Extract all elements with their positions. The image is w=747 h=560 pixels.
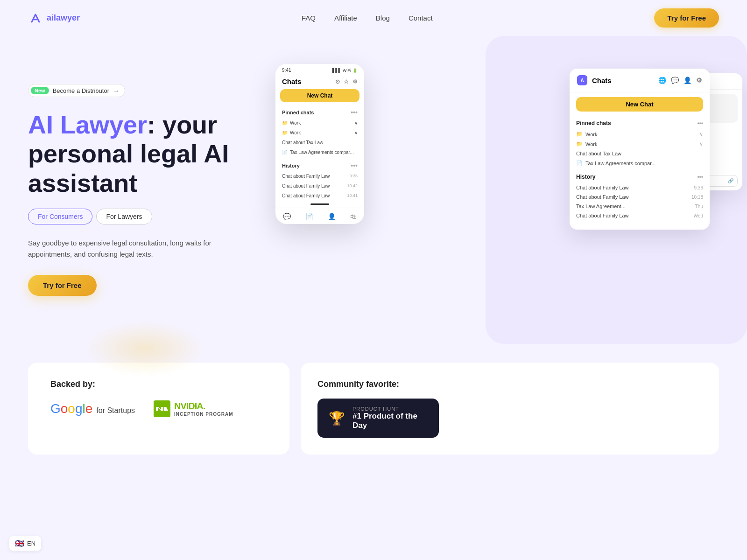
nav-blog[interactable]: Blog	[376, 14, 390, 22]
desktop-folder-icon-1: 📁	[576, 131, 583, 137]
desktop-pinned-work-2[interactable]: 📁 Work ∨	[576, 139, 703, 149]
phone-history-item-3[interactable]: Chat about Family Law 10:41	[275, 191, 364, 201]
phone-history-item-1[interactable]: Chat about Family Law 9:36	[275, 171, 364, 181]
nav-try-free-button[interactable]: Try for Free	[654, 8, 719, 28]
phone-pinned-tax[interactable]: Chat about Tax Law	[275, 138, 364, 147]
distributor-badge[interactable]: New Become a Distributor →	[28, 84, 125, 97]
trophy-icon: 🏆	[329, 411, 345, 426]
hero-title: AI Lawyer: your personal legal AI assist…	[28, 110, 252, 197]
phone-pinned-agreements[interactable]: 📄 Tax Law Agreements compar...	[275, 147, 364, 157]
product-hunt-badge: 🏆 PRODUCT HUNT #1 Product of the Day	[317, 399, 439, 438]
desktop-history-time-4: Wed	[694, 213, 703, 218]
desktop-pinned-section: Pinned chats ••• 📁 Work ∨ 📁 Work ∨	[570, 116, 710, 170]
desktop-folder-icon-2: 📁	[576, 141, 583, 147]
wifi-icon: WiFi	[343, 68, 351, 73]
phone-header-icons: ⊙ ☆ ⚙	[335, 78, 358, 85]
desktop-chats-panel: A Chats 🌐 💬 👤 ⚙ New Chat Pinned chats ••…	[570, 69, 710, 230]
phone-search-icon: ⊙	[335, 78, 340, 85]
phone-history-time-2: 10:42	[347, 183, 358, 189]
nvidia-text-stack: NVIDIA. INCEPTION PROGRAM	[174, 401, 233, 417]
desktop-doc-icon: 📄	[576, 160, 583, 166]
desktop-work-expand-2: ∨	[699, 141, 703, 147]
phone-new-chat-button[interactable]: New Chat	[280, 89, 359, 102]
desktop-message-icon[interactable]: 💬	[671, 77, 679, 84]
phone-chats-header: Chats ⊙ ☆ ⚙	[275, 75, 364, 89]
ph-label: PRODUCT HUNT	[352, 406, 428, 412]
nav-contact[interactable]: Contact	[409, 14, 433, 22]
desktop-new-chat-button[interactable]: New Chat	[576, 97, 703, 112]
audience-tabs: For Consumers For Lawyers	[28, 209, 252, 224]
desktop-history-label: History	[576, 174, 595, 180]
desktop-panel-icons: 🌐 💬 👤 ⚙	[658, 77, 702, 84]
phone-settings-icon: ⚙	[352, 78, 358, 85]
lang-code: EN	[27, 540, 35, 547]
phone-history-label: History	[282, 163, 300, 168]
google-wordmark: Google	[50, 401, 92, 416]
tab-for-lawyers[interactable]: For Lawyers	[96, 209, 152, 224]
desktop-pinned-chat-tax[interactable]: Chat about Tax Law	[576, 149, 703, 158]
phone-status-bar: 9:41 ▌▌▌ WiFi 🔋	[275, 64, 364, 75]
phone-nav-bag-icon[interactable]: 🛍	[350, 213, 357, 220]
signal-icon: ▌▌▌	[332, 68, 341, 73]
new-tag: New	[31, 87, 49, 94]
phone-history-label-2: Chat about Family Law	[282, 183, 330, 189]
logo[interactable]: ailawyer	[28, 11, 80, 26]
desktop-work-expand-1: ∨	[699, 131, 703, 137]
desktop-history-label-4: Chat about Family Law	[576, 213, 629, 218]
desktop-history-label-2: Chat about Family Law	[576, 194, 629, 200]
hero-try-free-button[interactable]: Try for Free	[28, 275, 97, 296]
desktop-history-item-1[interactable]: Chat about Family Law 9:36	[576, 183, 703, 192]
phone-work-label-2: Work	[290, 130, 301, 135]
phone-work-expand-2: ∨	[354, 130, 358, 135]
desktop-work-label-1: Work	[585, 132, 597, 137]
hero-section: New Become a Distributor → AI Lawyer: yo…	[0, 36, 747, 353]
desktop-globe-icon[interactable]: 🌐	[658, 77, 666, 84]
phone-history-label-3: Chat about Family Law	[282, 193, 330, 198]
badge-arrow-icon: →	[113, 87, 119, 94]
community-card: Community favorite: 🏆 PRODUCT HUNT #1 Pr…	[301, 363, 719, 455]
phone-work-expand-1: ∨	[354, 120, 358, 126]
desktop-settings-icon[interactable]: ⚙	[696, 77, 702, 84]
desktop-pinned-work-1[interactable]: 📁 Work ∨	[576, 129, 703, 139]
phone-work-label-1: Work	[290, 120, 301, 126]
desktop-pinned-agreements[interactable]: 📄 Tax Law Agreements compar...	[576, 158, 703, 168]
desktop-history-item-4[interactable]: Chat about Family Law Wed	[576, 211, 703, 220]
phone-bell-icon: ☆	[344, 78, 349, 85]
phone-nav-user-icon[interactable]: 👤	[328, 213, 336, 220]
tab-for-consumers[interactable]: For Consumers	[28, 209, 92, 224]
nav-links: FAQ Affiliate Blog Contact	[302, 14, 433, 22]
doc-icon: 📄	[282, 150, 288, 155]
desktop-person-icon[interactable]: 👤	[684, 77, 691, 84]
phone-pinned-header: Pinned chats •••	[275, 107, 364, 118]
desktop-history-item-3[interactable]: Tax Law Agreement... Thu	[576, 202, 703, 211]
phone-nav-doc-icon[interactable]: 📄	[305, 213, 313, 220]
phone-pinned-work-1[interactable]: 📁 Work ∨	[275, 118, 364, 128]
desktop-history-time-1: 9:36	[694, 185, 703, 190]
phone-time: 9:41	[282, 68, 291, 73]
folder-icon-2: 📁	[282, 130, 288, 135]
backed-title: Backed by:	[50, 379, 267, 389]
desktop-pinned-label: Pinned chats	[576, 120, 611, 126]
desktop-history-time-3: Thu	[695, 204, 703, 209]
phone-home-indicator	[310, 203, 329, 205]
phone-bottom-nav: 💬 📄 👤 🛍	[275, 208, 364, 224]
phone-pinned-work-2[interactable]: 📁 Work ∨	[275, 128, 364, 138]
nav-faq[interactable]: FAQ	[302, 14, 316, 22]
svg-rect-0	[28, 11, 43, 26]
language-selector[interactable]: 🇬🇧 EN	[9, 536, 41, 551]
desktop-work-label-2: Work	[585, 141, 597, 147]
desktop-chat-tax-label: Chat about Tax Law	[576, 151, 621, 156]
desktop-history-item-2[interactable]: Chat about Family Law 10:18	[576, 192, 703, 202]
phone-tax-label: Chat about Tax Law	[282, 140, 323, 145]
desktop-history-header: History •••	[576, 174, 703, 180]
desktop-history-section: History ••• Chat about Family Law 9:36 C…	[570, 170, 710, 222]
phone-history-header: History •••	[275, 160, 364, 171]
phone-nav-chat-icon[interactable]: 💬	[283, 213, 291, 220]
nav-affiliate[interactable]: Affiliate	[334, 14, 357, 22]
desktop-logo-icon: A	[577, 75, 587, 85]
nvidia-wordmark: NVIDIA.	[174, 401, 233, 412]
hero-left: New Become a Distributor → AI Lawyer: yo…	[28, 84, 252, 295]
phone-history-item-2[interactable]: Chat about Family Law 10:42	[275, 181, 364, 191]
desktop-panel-title: Chats	[592, 77, 612, 84]
google-logo: Google for Startups	[50, 401, 135, 416]
